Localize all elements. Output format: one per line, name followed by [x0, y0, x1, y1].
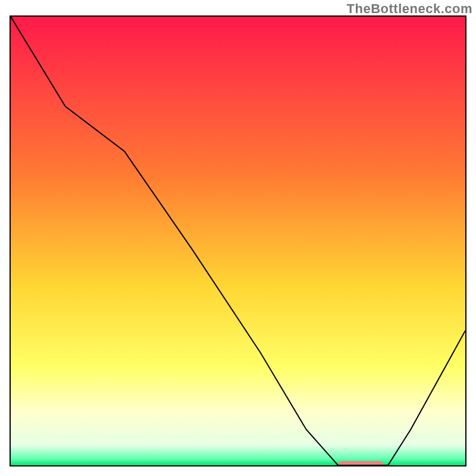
chart-frame	[10, 15, 466, 466]
chart-marker	[338, 461, 383, 465]
chart-overlay	[11, 17, 465, 465]
chart-line	[11, 17, 465, 465]
chart-container: TheBottleneck.com	[0, 0, 476, 476]
chart-plot-area	[11, 17, 465, 465]
watermark-text: TheBottleneck.com	[347, 1, 472, 17]
